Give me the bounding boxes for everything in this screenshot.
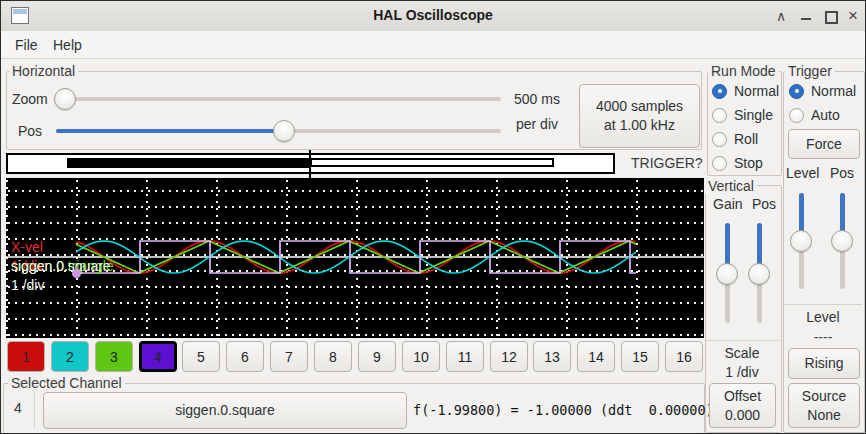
- maximize-button[interactable]: [820, 1, 840, 31]
- channel-button-11[interactable]: 11: [446, 341, 484, 372]
- radio-label: Roll: [734, 131, 758, 147]
- radio-normal[interactable]: Normal: [789, 83, 856, 99]
- gain-slider-handle[interactable]: [716, 263, 738, 285]
- channel-button-7[interactable]: 7: [270, 341, 308, 372]
- selected-channel-separator: [34, 393, 35, 429]
- trigger-source-label: Source: [789, 387, 859, 406]
- radio-icon: [712, 156, 727, 171]
- zoom-slider-track[interactable]: [56, 97, 501, 101]
- channel-button-8[interactable]: 8: [314, 341, 352, 372]
- channel-button-3[interactable]: 3: [95, 341, 133, 372]
- channel-source-button[interactable]: siggen.0.square: [43, 392, 407, 429]
- radio-stop[interactable]: Stop: [712, 155, 779, 171]
- trigger-pos-slider-label: Pos: [830, 165, 854, 181]
- maximize-icon: [825, 11, 838, 24]
- scope-chan1-name-label: X-vel: [11, 239, 43, 255]
- menubar: File Help: [1, 31, 865, 59]
- run-mode-options: NormalSingleRollStop: [712, 83, 779, 179]
- hal-oscilloscope-window: HAL Oscilloscope ∧ × File Help Horizonta…: [0, 0, 866, 434]
- scope-display[interactable]: X-vel 1 /div siggen.0.triangle siggen.0.…: [6, 178, 704, 338]
- radio-normal[interactable]: Normal: [712, 83, 779, 99]
- radio-label: Stop: [734, 155, 763, 171]
- trigger-level-value: ----: [783, 329, 863, 345]
- channel-value-readout: f(-1.99800) = -1.00000 (ddt 0.00000): [413, 402, 714, 418]
- time-per-div-value: 500 ms: [499, 91, 575, 107]
- vertical-group-label: Vertical: [705, 178, 757, 194]
- trigger-level-slider-label: Level: [786, 165, 819, 181]
- radio-icon: [712, 84, 727, 99]
- vertical-pos-slider-handle[interactable]: [748, 263, 770, 285]
- channel-button-9[interactable]: 9: [358, 341, 396, 372]
- channel-button-14[interactable]: 14: [577, 341, 615, 372]
- selected-channel-number: 4: [14, 400, 22, 416]
- record-captured-segment: [67, 158, 310, 168]
- trigger-edge-button[interactable]: Rising: [788, 348, 860, 379]
- close-button[interactable]: ×: [843, 1, 863, 31]
- trigger-edge-label: Rising: [789, 354, 859, 373]
- radio-single[interactable]: Single: [712, 107, 779, 123]
- vertical-section-separator: [706, 340, 779, 341]
- scale-label: Scale: [707, 345, 777, 361]
- radio-icon: [712, 132, 727, 147]
- time-per-div-unit: per div: [499, 116, 575, 132]
- trigger-source-value: None: [789, 406, 859, 425]
- channel-button-15[interactable]: 15: [621, 341, 659, 372]
- zoom-slider-handle[interactable]: [54, 88, 76, 110]
- scope-chan4-scale-label: 1 /div: [11, 277, 44, 293]
- offset-button[interactable]: Offset 0.000: [709, 383, 776, 428]
- channel-button-6[interactable]: 6: [226, 341, 264, 372]
- menu-file[interactable]: File: [11, 36, 42, 54]
- radio-label: Auto: [811, 107, 840, 123]
- radio-auto[interactable]: Auto: [789, 107, 856, 123]
- radio-icon: [712, 108, 727, 123]
- radio-label: Normal: [734, 83, 779, 99]
- channel-button-10[interactable]: 10: [402, 341, 440, 372]
- trigger-pos-slider-handle[interactable]: [831, 230, 853, 252]
- radio-roll[interactable]: Roll: [712, 131, 779, 147]
- samples-count: 4000 samples: [580, 97, 699, 116]
- radio-icon: [789, 108, 804, 123]
- trigger-position-marker: [309, 150, 311, 179]
- trigger-section-separator: [784, 304, 862, 305]
- horizontal-group-label: Horizontal: [9, 63, 78, 79]
- channel-button-12[interactable]: 12: [490, 341, 528, 372]
- scope-chan4-name-label: siggen.0.square: [11, 258, 111, 274]
- vertical-pos-slider-label: Pos: [752, 196, 776, 212]
- channel-button-5[interactable]: 5: [182, 341, 220, 372]
- pos-slider-fill: [56, 129, 284, 133]
- titlebar[interactable]: HAL Oscilloscope ∧ ×: [1, 1, 865, 32]
- gain-slider-label: Gain: [713, 196, 743, 212]
- trigger-level-readout-label: Level: [783, 309, 863, 325]
- trigger-mode-options: NormalAuto: [789, 83, 856, 131]
- offset-label: Offset: [710, 387, 775, 406]
- trigger-level-slider-handle[interactable]: [790, 230, 812, 252]
- trigger-source-button[interactable]: Source None: [788, 383, 860, 428]
- channel-button-4[interactable]: 4: [139, 341, 177, 372]
- shade-button[interactable]: ∧: [771, 1, 791, 31]
- channel-button-13[interactable]: 13: [533, 341, 571, 372]
- samples-rate: at 1.00 kHz: [580, 116, 699, 135]
- minimize-icon: [801, 18, 811, 20]
- selected-sample-marker: [72, 269, 81, 278]
- menu-help[interactable]: Help: [49, 36, 86, 54]
- offset-value: 0.000: [710, 406, 775, 425]
- selected-channel-group-label: Selected Channel: [8, 375, 125, 391]
- trigger-group-label: Trigger: [785, 63, 835, 79]
- zoom-slider-label: Zoom: [12, 91, 48, 107]
- channel-button-1[interactable]: 1: [7, 341, 45, 372]
- pos-slider-handle[interactable]: [273, 120, 295, 142]
- radio-icon: [789, 84, 804, 99]
- radio-label: Normal: [811, 83, 856, 99]
- record-pending-segment: [310, 158, 554, 167]
- samples-rate-button[interactable]: 4000 samples at 1.00 kHz: [579, 84, 700, 148]
- force-button-label: Force: [789, 135, 859, 154]
- channel-button-16[interactable]: 16: [665, 341, 703, 372]
- minimize-button[interactable]: [796, 1, 816, 31]
- channel-source-name: siggen.0.square: [44, 401, 406, 420]
- channel-button-2[interactable]: 2: [51, 341, 89, 372]
- window-title: HAL Oscilloscope: [1, 7, 865, 23]
- force-button[interactable]: Force: [788, 129, 860, 159]
- run-mode-group-label: Run Mode: [708, 63, 779, 79]
- radio-label: Single: [734, 107, 773, 123]
- pos-slider-label: Pos: [18, 123, 42, 139]
